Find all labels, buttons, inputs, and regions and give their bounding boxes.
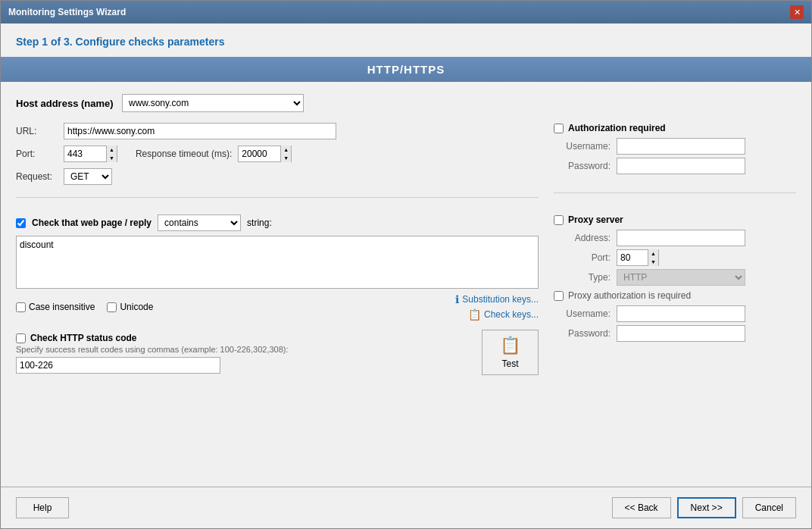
footer: Help << Back Next >> Cancel (1, 487, 811, 528)
request-dropdown[interactable]: GET POST HEAD (64, 168, 112, 185)
port-input[interactable] (64, 146, 106, 161)
proxy-address-row: Address: (554, 230, 796, 246)
port-spin-up[interactable]: ▲ (107, 146, 117, 154)
proxy-check-row: Proxy server (554, 214, 796, 225)
string-label: string: (247, 218, 272, 228)
proxy-port-spin-down[interactable]: ▼ (648, 258, 658, 266)
host-label: Host address (name) (16, 98, 122, 109)
check-keys-icon: 📋 (468, 308, 481, 321)
proxy-server-checkbox[interactable] (554, 215, 564, 225)
case-insensitive-label: Case insensitive (29, 302, 95, 312)
left-column: URL: Port: ▲ ▼ Response timeout (ms): (16, 123, 539, 474)
reply-textarea[interactable]: discount (16, 236, 539, 289)
proxy-password-input[interactable] (617, 325, 745, 342)
host-row: Host address (name) www.sony.com (16, 94, 796, 112)
proxy-section: Proxy server Address: Port: ▲ ▼ (554, 214, 796, 345)
proxy-port-spin-up[interactable]: ▲ (648, 249, 658, 258)
url-label: URL: (16, 126, 58, 136)
auth-required-label: Authorization required (568, 123, 666, 133)
content-area: Host address (name) www.sony.com URL: Po… (1, 82, 811, 487)
footer-right: << Back Next >> Cancel (612, 497, 796, 518)
links-row: ℹ Substitution keys... 📋 Check keys... (455, 293, 539, 321)
url-input[interactable] (64, 123, 336, 139)
http-status-input[interactable] (16, 357, 220, 374)
request-row: Request: GET POST HEAD (16, 168, 539, 185)
http-status-label: Check HTTP status code (30, 333, 136, 343)
http-status-hint: Specify success result codes using comma… (16, 345, 467, 354)
port-spinbox: ▲ ▼ (64, 146, 117, 162)
auth-required-checkbox[interactable] (554, 124, 564, 133)
title-bar: Monitoring Settings Wizard ✕ (1, 1, 811, 23)
options-links-row: Case insensitive Unicode ℹ Substitution … (16, 293, 539, 321)
next-button[interactable]: Next >> (677, 497, 736, 518)
case-insensitive-checkbox[interactable] (16, 302, 26, 312)
timeout-spin-buttons: ▲ ▼ (280, 146, 291, 162)
auth-username-row: Username: (554, 138, 796, 155)
auth-password-label: Password: (554, 161, 611, 171)
auth-check-row: Authorization required (554, 123, 796, 133)
test-button[interactable]: 📋 Test (482, 330, 539, 375)
unicode-option: Unicode (107, 302, 153, 312)
check-reply-checkbox[interactable] (16, 218, 26, 228)
port-spin-buttons: ▲ ▼ (106, 146, 117, 162)
proxy-port-label: Port: (554, 252, 611, 263)
proxy-username-input[interactable] (617, 305, 745, 322)
right-column: Authorization required Username: Passwor… (554, 123, 796, 474)
step-title: Step 1 of 3. Configure checks parameters (16, 36, 224, 48)
proxy-port-row: Port: ▲ ▼ (554, 249, 796, 266)
contains-dropdown[interactable]: contains does not contain equals (158, 214, 241, 231)
proxy-type-label: Type: (554, 272, 611, 283)
proxy-auth-label: Proxy authorization is required (568, 290, 691, 301)
unicode-label: Unicode (120, 302, 153, 312)
proxy-type-row: Type: HTTP HTTPS SOCKS4 SOCKS5 (554, 269, 796, 286)
main-columns: URL: Port: ▲ ▼ Response timeout (ms): (16, 123, 796, 474)
window-title: Monitoring Settings Wizard (8, 7, 126, 17)
substitution-keys-label: Substitution keys... (462, 294, 539, 305)
back-button[interactable]: << Back (612, 497, 671, 518)
proxy-type-dropdown[interactable]: HTTP HTTPS SOCKS4 SOCKS5 (617, 269, 745, 286)
left-bottom-main: Check HTTP status code Specify success r… (16, 330, 467, 374)
proxy-password-label: Password: (554, 328, 611, 339)
proxy-auth-checkbox[interactable] (554, 291, 564, 301)
proxy-username-row: Username: (554, 305, 796, 322)
proxy-auth-check-row: Proxy authorization is required (554, 290, 796, 301)
cancel-button[interactable]: Cancel (742, 497, 796, 518)
port-spin-down[interactable]: ▼ (107, 154, 117, 162)
auth-password-row: Password: (554, 158, 796, 174)
check-reply-row: Check that web page / reply contains doe… (16, 214, 539, 231)
auth-username-label: Username: (554, 141, 611, 152)
proxy-port-input[interactable] (617, 250, 648, 265)
divider (16, 197, 539, 198)
help-button[interactable]: Help (16, 497, 69, 518)
check-keys-label: Check keys... (484, 309, 539, 320)
url-row: URL: (16, 123, 539, 139)
close-button[interactable]: ✕ (790, 5, 804, 19)
http-status-row: Check HTTP status code (16, 333, 467, 343)
timeout-spin-down[interactable]: ▼ (281, 154, 291, 162)
unicode-checkbox[interactable] (107, 302, 117, 312)
proxy-address-label: Address: (554, 233, 611, 243)
check-keys-link[interactable]: 📋 Check keys... (468, 308, 539, 321)
auth-username-input[interactable] (617, 138, 745, 155)
port-label: Port: (16, 149, 58, 159)
host-dropdown[interactable]: www.sony.com (122, 94, 304, 112)
check-section: Check that web page / reply contains doe… (16, 214, 539, 321)
timeout-spin-up[interactable]: ▲ (281, 146, 291, 154)
case-insensitive-option: Case insensitive (16, 302, 95, 312)
info-icon: ℹ (455, 293, 459, 305)
proxy-address-input[interactable] (617, 230, 745, 246)
substitution-keys-link[interactable]: ℹ Substitution keys... (455, 293, 539, 305)
test-label: Test (501, 358, 518, 369)
timeout-input[interactable] (239, 146, 280, 161)
timeout-label: Response timeout (ms): (136, 149, 232, 159)
request-label: Request: (16, 171, 58, 182)
right-divider (554, 193, 796, 193)
auth-password-input[interactable] (617, 158, 745, 174)
proxy-port-spinbox: ▲ ▼ (617, 249, 659, 266)
main-window: Monitoring Settings Wizard ✕ Step 1 of 3… (0, 0, 812, 529)
proxy-password-row: Password: (554, 325, 796, 342)
proxy-server-label: Proxy server (568, 214, 623, 225)
http-status-checkbox[interactable] (16, 333, 26, 343)
auth-section: Authorization required Username: Passwor… (554, 123, 796, 177)
test-icon: 📋 (500, 336, 520, 355)
